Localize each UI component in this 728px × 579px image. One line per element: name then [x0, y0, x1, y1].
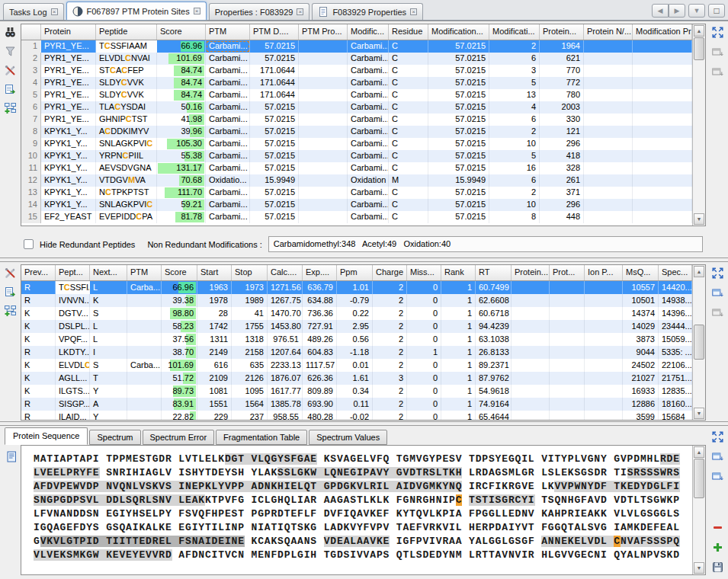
- back-button[interactable]: ◀: [652, 4, 669, 18]
- search-icon[interactable]: [3, 24, 18, 40]
- add-graph-icon[interactable]: [3, 101, 18, 116]
- expand-icon[interactable]: [710, 265, 725, 280]
- column-header-protein-[interactable]: Protein...: [512, 265, 550, 280]
- table-row[interactable]: 10KPYK1_Y...YRPNCPIIL55.38Carbami...57.0…: [21, 150, 705, 162]
- column-header-score[interactable]: Score: [162, 265, 197, 280]
- expand-icon[interactable]: [710, 429, 725, 444]
- frame-blue-icon[interactable]: [710, 449, 725, 464]
- bottom-tab-spectrum-error[interactable]: Spectrum Error: [143, 430, 215, 445]
- column-header-calc-[interactable]: Calc....: [268, 265, 303, 280]
- document-tab-3[interactable]: Properties : F083929×: [209, 3, 310, 20]
- table-row[interactable]: 2PYR1_YE...ELVDLCNVAI101.69Carbami...57.…: [21, 53, 705, 65]
- save-icon[interactable]: [710, 559, 725, 574]
- column-header-miss-[interactable]: Miss...: [407, 265, 441, 280]
- frame-icon[interactable]: [710, 44, 725, 59]
- column-header-next-[interactable]: Next...: [90, 265, 127, 280]
- column-header-spec-[interactable]: Spec...: [659, 265, 692, 280]
- table-row[interactable]: KDGTV...S98.8028411470.70736.360.2220160…: [21, 307, 705, 320]
- frame-blue-icon[interactable]: [710, 469, 725, 484]
- column-header-start[interactable]: Start: [197, 265, 232, 280]
- table-row[interactable]: KILGTS...Y89.73108110951617.77809.890.34…: [21, 385, 705, 398]
- export-doc-icon[interactable]: [4, 449, 19, 464]
- settings-icon[interactable]: [3, 62, 18, 78]
- table-row[interactable]: 14KPYK1_Y...SNLAGKPVIC59.21Carbami...57.…: [21, 199, 705, 211]
- column-header-modification-pr-[interactable]: Modification Pr...: [633, 24, 692, 40]
- table-row[interactable]: 11KPYK1_Y...AEVSDVGNA131.17Carbami...57.…: [21, 162, 705, 174]
- table-row[interactable]: RILAID...Y22.82229237958.55480.28-0.0220…: [21, 411, 705, 421]
- forward-button[interactable]: ▶: [669, 4, 685, 18]
- table-row[interactable]: 9KPYK1_Y...SNLAGKPVIC105.30Carbami...57.…: [21, 138, 705, 150]
- table-row[interactable]: 13KPYK1_Y...NCTPKPTST111.70Carbami...57.…: [21, 187, 705, 199]
- hide-redundant-peptides-checkbox[interactable]: [24, 239, 34, 249]
- column-header-ptm[interactable]: PTM: [206, 24, 250, 40]
- column-header-modificati-[interactable]: Modificati...: [489, 24, 540, 40]
- table-row[interactable]: 6PYR1_YE...TLACYSDAI50.16Carbami...57.02…: [21, 101, 705, 114]
- sequence-scrollbar[interactable]: ▲ ▼: [692, 446, 705, 574]
- scrollbar-thumb[interactable]: [694, 37, 704, 60]
- document-tab-2[interactable]: F067897 PTM Protein Sites×: [66, 2, 207, 20]
- table-row[interactable]: KELVDLCNSCarba...101.696166352233.131117…: [21, 359, 705, 372]
- column-header-rank[interactable]: Rank: [441, 265, 476, 280]
- scrollbar-thumb[interactable]: [694, 325, 704, 360]
- scroll-up-button[interactable]: ▲: [694, 266, 704, 277]
- table-row[interactable]: 12KPYK1_Y...VTDGVMVA70.68Oxidatio...15.9…: [21, 174, 705, 187]
- add-icon[interactable]: [710, 539, 725, 555]
- expand-icon[interactable]: [710, 24, 725, 40]
- column-header-exp-[interactable]: Exp....: [303, 265, 337, 280]
- frame-icon[interactable]: [710, 305, 725, 320]
- table-row[interactable]: 15EF2_YEASTEVEPIDDCPA81.78Carbami...57.0…: [21, 211, 705, 223]
- table-scrollbar[interactable]: ▲ ▼: [692, 24, 705, 226]
- column-header-protein-n-[interactable]: Protein N/...: [584, 24, 633, 40]
- table-row[interactable]: RTCSSFIALCarba...66.96196319731271.56636…: [21, 281, 705, 294]
- filter-icon[interactable]: [3, 43, 18, 59]
- column-header-score[interactable]: Score: [157, 24, 206, 40]
- scroll-down-button[interactable]: ▼: [694, 562, 704, 574]
- tab-close-icon[interactable]: ×: [51, 8, 58, 15]
- table-row[interactable]: RSISGP...A83.91155115641385.78693.900.11…: [21, 398, 705, 411]
- frame-icon[interactable]: [710, 64, 725, 79]
- add-graph-icon[interactable]: [3, 303, 18, 318]
- scroll-down-button[interactable]: ▼: [694, 213, 704, 225]
- remove-icon[interactable]: [710, 520, 725, 535]
- export-icon[interactable]: [3, 82, 18, 97]
- bottom-tab-protein-sequence[interactable]: Protein Sequence: [5, 427, 88, 445]
- document-tab-1[interactable]: Tasks Log×: [3, 3, 64, 20]
- frame-blue-icon[interactable]: [710, 285, 725, 300]
- table-row[interactable]: 5PYR1_YE...SLDYCVVK84.74Carbami...171.06…: [21, 89, 705, 101]
- column-header-rt[interactable]: RT: [476, 265, 512, 280]
- column-header-protein[interactable]: Protein: [41, 24, 96, 40]
- column-header-ppm[interactable]: Ppm: [337, 265, 373, 280]
- column-header-protein-[interactable]: Protein...: [540, 24, 584, 40]
- column-header-modification-[interactable]: Modification...: [428, 24, 489, 40]
- column-header-modific-[interactable]: Modific...: [348, 24, 389, 40]
- table-row[interactable]: 4PYR1_YE...SLDYCVVK84.74Carbami...171.06…: [21, 77, 705, 89]
- scroll-up-button[interactable]: ▲: [694, 25, 704, 37]
- table-row[interactable]: 7PYR1_YE...GHNIPCTST41.98Carbami...57.02…: [21, 114, 705, 126]
- table-row[interactable]: KAGLL...T51.72210921261876.07626.361.613…: [21, 372, 705, 385]
- tab-close-icon[interactable]: ×: [297, 8, 303, 15]
- tab-close-icon[interactable]: ×: [194, 8, 200, 14]
- scroll-up-button[interactable]: ▲: [694, 446, 704, 458]
- bottom-tab-spectrum-values[interactable]: Spectrum Values: [309, 430, 387, 445]
- tab-list-button[interactable]: ▼: [688, 4, 705, 18]
- export-icon[interactable]: [3, 284, 18, 299]
- column-header-stop[interactable]: Stop: [232, 265, 268, 280]
- bottom-tab-fragmentation-table[interactable]: Fragmentation Table: [216, 430, 307, 445]
- table-row[interactable]: RIVNVN...K39.38197819891267.75634.88-0.7…: [21, 294, 705, 307]
- column-header-ptm-pro-[interactable]: PTM Pro...: [299, 24, 348, 40]
- document-tab-4[interactable]: F083929 Properties×: [312, 3, 423, 20]
- column-header-pept-[interactable]: Pept...: [56, 265, 90, 280]
- column-header-residue[interactable]: Residue: [389, 24, 428, 40]
- table-scrollbar[interactable]: ▲ ▼: [692, 265, 705, 420]
- table-row[interactable]: 8KPYK1_Y...ACDDKIMYV39.96Carbami...57.02…: [21, 126, 705, 138]
- column-header-prev-[interactable]: Prev...: [21, 265, 56, 280]
- bottom-tab-spectrum[interactable]: Spectrum: [89, 430, 140, 445]
- table-row[interactable]: KDSLPL...L58.23174217551453.80727.912.95…: [21, 320, 705, 333]
- table-row[interactable]: 3PYR1_YE...STCACFEP84.74Carbami...171.06…: [21, 65, 705, 77]
- column-header-prot-[interactable]: Prot...: [550, 265, 585, 280]
- column-header-ion-p-[interactable]: Ion P...: [585, 265, 623, 280]
- table-row[interactable]: KVPQF...L37.5613111318976.51489.260.5620…: [21, 333, 705, 346]
- column-header-rownum[interactable]: [21, 24, 41, 40]
- column-header-ptm[interactable]: PTM: [127, 265, 162, 280]
- table-row[interactable]: RLKDTY...I38.70214921581207.64604.83-1.1…: [21, 346, 705, 359]
